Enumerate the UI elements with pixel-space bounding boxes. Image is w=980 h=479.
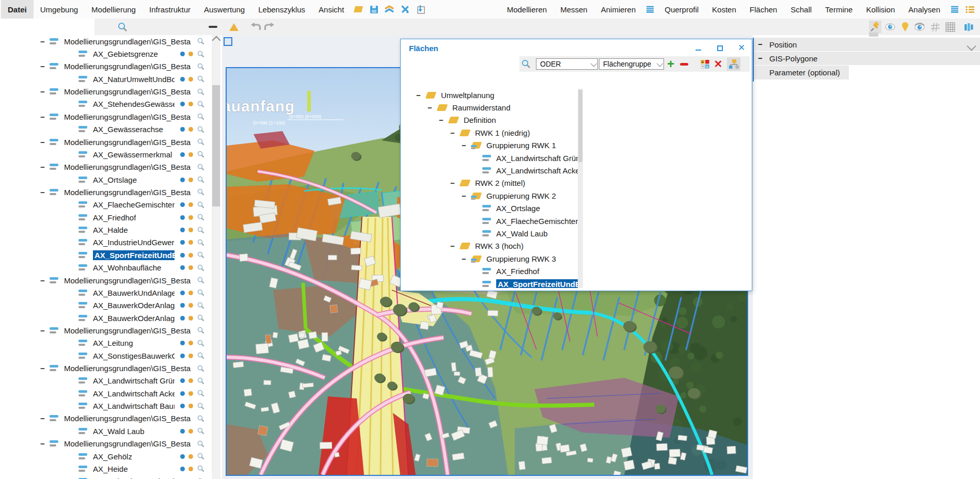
visibility-dot-blue[interactable] <box>180 391 185 396</box>
visibility-dot-blue[interactable] <box>180 253 185 258</box>
zoom-to-layer-icon[interactable] <box>197 277 204 284</box>
sidebar-item[interactable]: AX_BauwerkOderAnlageFuerSp <box>0 312 212 324</box>
zoom-to-layer-icon[interactable] <box>197 251 204 259</box>
collapse-icon[interactable]: − <box>416 91 425 100</box>
minimize-button[interactable] <box>694 44 702 52</box>
scrollbar-thumb[interactable] <box>578 90 582 162</box>
sidebar-item[interactable]: AX_Halde <box>0 223 212 236</box>
dialog-tree-item[interactable]: −Gruppierung RWK 2 <box>401 189 578 202</box>
menu-item-infrastruktur[interactable]: Infrastruktur <box>143 0 197 19</box>
visibility-dot-blue[interactable] <box>180 102 185 106</box>
menu-item-umgebung[interactable]: Umgebung <box>34 0 85 19</box>
menu-item-modellieren[interactable]: Modellieren <box>500 0 554 19</box>
sidebar-item[interactable]: AX_UnlandVegetationsloseFläc <box>0 475 212 479</box>
menu-item-kosten[interactable]: Kosten <box>705 0 743 19</box>
sidebar-item[interactable]: AX_StehendesGewässer <box>0 98 212 110</box>
sidebar-item[interactable]: −Modellierungsgrundlagen\GIS_Bestand <box>0 324 212 337</box>
dialog-tree-item[interactable]: −Gruppierung RWK 3 <box>401 252 578 265</box>
sidebar-item[interactable]: −Modellierungsgrundlagen\GIS_Bestand <box>0 438 212 450</box>
zoom-to-layer-icon[interactable] <box>197 63 204 70</box>
zoom-to-layer-icon[interactable] <box>197 101 204 108</box>
visibility-dot-yellow[interactable] <box>188 228 193 232</box>
marker-icon[interactable] <box>899 21 911 33</box>
menu-item-datei[interactable]: Datei <box>1 0 34 19</box>
visibility-dot-yellow[interactable] <box>188 303 193 308</box>
menu-item-querprofil[interactable]: Querprofil <box>658 0 705 19</box>
visibility-dot-blue[interactable] <box>180 291 185 295</box>
menu-item-modellierung[interactable]: Modellierung <box>85 0 143 19</box>
zoom-to-layer-icon[interactable] <box>197 427 204 435</box>
dialog-tree-item[interactable]: AX_FlaecheGemischterNutz <box>401 215 578 227</box>
zoom-to-layer-icon[interactable] <box>197 314 204 322</box>
search-icon[interactable] <box>519 57 533 71</box>
menu-item-kollision[interactable]: Kollision <box>859 0 902 19</box>
collapse-icon[interactable]: − <box>40 188 50 197</box>
visibility-icon[interactable] <box>913 21 926 33</box>
collapse-icon[interactable]: − <box>40 37 50 46</box>
zoom-to-layer-icon[interactable] <box>197 390 204 397</box>
sidebar-item[interactable]: AX_SportFreizeitUndErholung <box>0 249 212 261</box>
sidebar-item[interactable]: AX_Gebietsgrenze <box>0 47 212 60</box>
dialog-tree-item[interactable]: −RWK 2 (mittel) <box>401 177 578 189</box>
grid-icon[interactable] <box>929 21 941 33</box>
dialog-tree-item[interactable]: −Umweltplanung <box>401 89 578 101</box>
collapse-icon[interactable]: − <box>439 116 448 124</box>
visibility-dot-yellow[interactable] <box>188 316 193 321</box>
sidebar-item[interactable]: AX_BauwerkOderAnlageFuerSp <box>0 299 212 312</box>
collapse-icon[interactable]: − <box>40 276 50 285</box>
visibility-dot-blue[interactable] <box>180 215 185 220</box>
zoom-to-layer-icon[interactable] <box>197 51 204 58</box>
maximize-button[interactable] <box>716 44 724 52</box>
zoom-to-layer-icon[interactable] <box>197 327 204 334</box>
remove-icon[interactable] <box>207 21 219 33</box>
hierarchy-toggle[interactable] <box>727 57 740 71</box>
collapse-icon[interactable]: − <box>428 103 437 112</box>
visibility-dot-yellow[interactable] <box>188 178 193 182</box>
dialog-tree-item[interactable]: −RWK 3 (hoch) <box>401 240 578 252</box>
zoom-to-layer-icon[interactable] <box>197 403 204 410</box>
menu-icon[interactable] <box>948 0 961 19</box>
sidebar-item[interactable]: AX_Wohnbaufläche <box>0 261 212 274</box>
visibility-dot-yellow[interactable] <box>188 341 193 345</box>
visibility-dot-yellow[interactable] <box>188 404 193 408</box>
warning-icon[interactable] <box>228 21 240 33</box>
visibility-dot-blue[interactable] <box>180 341 185 345</box>
visibility-dot-blue[interactable] <box>180 152 185 157</box>
panel-grip[interactable] <box>869 33 878 37</box>
dialog-tree-item[interactable]: −RWK 1 (niedrig) <box>401 126 578 139</box>
viewport-handle[interactable] <box>224 37 232 46</box>
scroll-up-icon[interactable] <box>212 36 221 45</box>
visibility-dot-blue[interactable] <box>180 127 185 132</box>
chevrons-icon[interactable] <box>383 0 396 19</box>
sidebar-item[interactable]: −Modellierungsgrundlagen\GIS_Bestand <box>0 186 212 198</box>
menu-item-schall[interactable]: Schall <box>784 0 818 19</box>
menu-item-animieren[interactable]: Animieren <box>594 0 643 19</box>
visibility-dot-blue[interactable] <box>180 404 185 408</box>
menu-item-analysen[interactable]: Analysen <box>902 0 947 19</box>
menu-item-messen[interactable]: Messen <box>554 0 594 19</box>
zoom-to-layer-icon[interactable] <box>197 88 204 95</box>
redo-icon[interactable] <box>263 21 276 33</box>
sidebar-item[interactable]: −Modellierungsgrundlagen\GIS_Bestand <box>0 136 212 148</box>
visibility-dot-yellow[interactable] <box>188 77 193 82</box>
visibility-dot-yellow[interactable] <box>188 152 193 157</box>
sidebar-item[interactable]: AX_Friedhof <box>0 211 212 223</box>
menu-item-flächen[interactable]: Flächen <box>743 0 784 19</box>
search-input[interactable] <box>117 20 212 34</box>
sidebar-item[interactable]: AX_Landwirtschaft Baumschule <box>0 400 212 412</box>
sidebar-item[interactable]: AX_NaturUmweltUndBodensch <box>0 73 212 85</box>
sidebar-item[interactable]: AX_Leitung <box>0 337 212 349</box>
close-button[interactable]: ✕ <box>737 44 746 52</box>
operator-select[interactable]: ODER <box>536 58 598 70</box>
zoom-to-layer-icon[interactable] <box>197 38 204 45</box>
flaechen-dialog[interactable]: Flächen ✕ ODER Flächengruppe + +× ✕ −Umw… <box>400 39 752 291</box>
zoom-to-layer-icon[interactable] <box>197 239 204 246</box>
visibility-dot-blue[interactable] <box>180 378 185 383</box>
sidebar-item[interactable]: AX_IndustrieUndGewerbefläche <box>0 236 212 249</box>
zoom-to-layer-icon[interactable] <box>197 352 204 359</box>
visibility-dot-blue[interactable] <box>180 228 185 232</box>
visibility-dot-blue[interactable] <box>180 178 185 182</box>
collapse-icon[interactable]: − <box>462 254 471 263</box>
collapse-icon[interactable]: − <box>462 191 471 200</box>
dialog-tree-item[interactable]: AX_SportFreizeitUndErholung <box>401 278 578 288</box>
